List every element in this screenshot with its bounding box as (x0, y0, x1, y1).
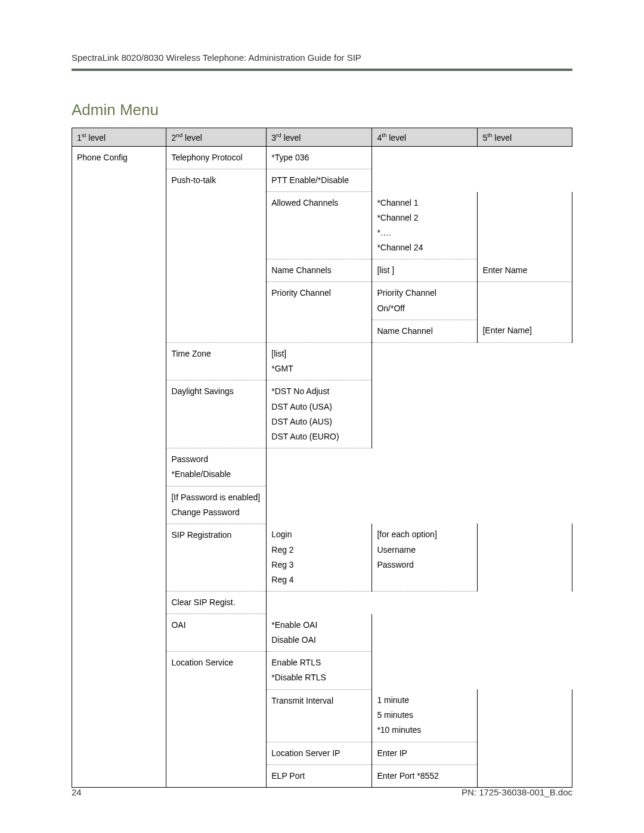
page-title: Admin Menu (72, 101, 572, 119)
cell-empty (372, 380, 478, 448)
cell: *Enable OAI Disable OAI (267, 614, 372, 652)
doc-header: SpectraLink 8020/8030 Wireless Telephone… (72, 52, 572, 69)
cell: [If Password is enabled] Change Password (166, 486, 267, 524)
cell-empty (267, 486, 372, 524)
cell: Time Zone (166, 343, 267, 380)
col-5-header: 5th level (478, 128, 572, 147)
cell-empty (372, 146, 478, 169)
cell-empty (372, 448, 478, 486)
header-rule (72, 69, 572, 71)
cell: Name Channel (372, 320, 478, 342)
cell-empty (478, 614, 572, 652)
cell: Priority Channel On/*Off (372, 282, 478, 320)
cell: Priority Channel (267, 282, 372, 343)
cell: PTT Enable/*Disable (267, 169, 372, 191)
cell: [for each option] Username Password (372, 524, 478, 591)
cell: *DST No Adjust DST Auto (USA) DST Auto (… (267, 380, 372, 448)
cell: Login Reg 2 Reg 3 Reg 4 (267, 524, 372, 591)
cell-empty (267, 448, 372, 486)
doc-pn: PN: 1725-36038-001_B.doc (462, 787, 572, 797)
cell: Clear SIP Regist. (166, 592, 267, 614)
cell-empty (478, 380, 572, 448)
cell: [list ] (372, 259, 478, 282)
cell-empty (478, 192, 572, 259)
cell: Enter Name (478, 259, 572, 282)
cell: Enter IP (372, 742, 478, 764)
cell: Transmit Interval (267, 689, 372, 742)
page-footer: 24 PN: 1725-36038-001_B.doc (72, 787, 572, 797)
cell: Enable RTLS *Disable RTLS (267, 652, 372, 689)
cell: *Type 036 (267, 146, 372, 169)
cell-empty (478, 764, 572, 787)
cell: Allowed Channels (267, 192, 372, 259)
cell-empty (372, 486, 478, 524)
table-row: Phone Config Telephony Protocol *Type 03… (72, 146, 572, 169)
cell-empty (478, 742, 572, 764)
cell: ELP Port (267, 764, 372, 787)
cell-phone-config: Phone Config (72, 146, 166, 787)
admin-menu-table: 1st level 2nd level 3rd level 4th level … (72, 128, 572, 788)
cell-empty (372, 343, 478, 380)
col-1-header: 1st level (72, 128, 166, 147)
cell-empty (478, 652, 572, 689)
cell: [Enter Name] (478, 320, 572, 342)
cell-empty (372, 592, 478, 614)
cell: Password *Enable/Disable (166, 448, 267, 486)
col-3-header: 3rd level (267, 128, 372, 147)
cell: [list] *GMT (267, 343, 372, 380)
col-2-header: 2nd level (166, 128, 267, 147)
cell-empty (478, 592, 572, 614)
cell-empty (478, 146, 572, 169)
cell-empty (478, 343, 572, 380)
cell: Daylight Savings (166, 380, 267, 448)
cell: Push-to-talk (166, 169, 267, 342)
cell: OAI (166, 614, 267, 652)
cell: Name Channels (267, 259, 372, 282)
cell: SIP Registration (166, 524, 267, 591)
cell-empty (478, 448, 572, 486)
cell-empty (372, 169, 478, 191)
cell-empty (478, 524, 572, 591)
cell: *Channel 1 *Channel 2 *…. *Channel 24 (372, 192, 478, 259)
cell: 1 minute 5 minutes *10 minutes (372, 689, 478, 742)
col-4-header: 4th level (372, 128, 478, 147)
cell-empty (478, 282, 572, 320)
page-number: 24 (72, 787, 82, 797)
cell: Location Service (166, 652, 267, 788)
cell-empty (372, 652, 478, 689)
cell-empty (478, 689, 572, 742)
table-header-row: 1st level 2nd level 3rd level 4th level … (72, 128, 572, 147)
cell-empty (478, 169, 572, 191)
cell-empty (478, 486, 572, 524)
cell: Telephony Protocol (166, 146, 267, 169)
cell: Enter Port *8552 (372, 764, 478, 787)
cell: Location Server IP (267, 742, 372, 764)
cell-empty (372, 614, 478, 652)
cell-empty (267, 592, 372, 614)
page: SpectraLink 8020/8030 Wireless Telephone… (0, 0, 644, 833)
